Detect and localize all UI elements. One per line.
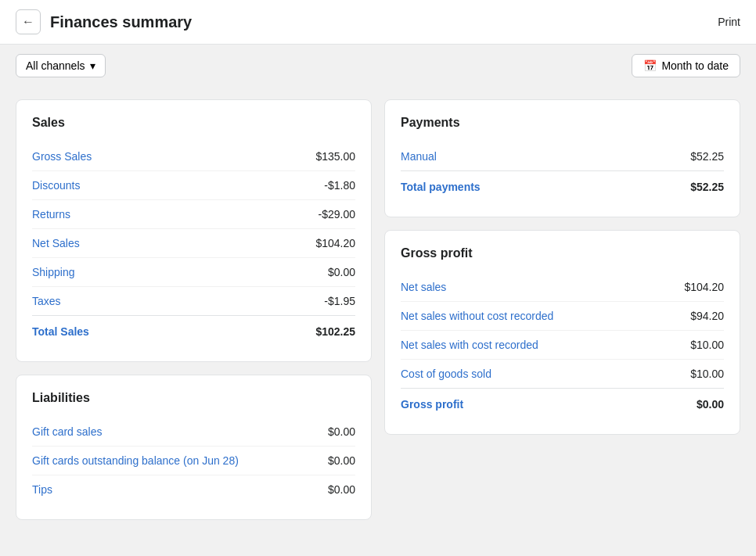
table-row: Gift card sales $0.00: [32, 418, 355, 447]
back-button[interactable]: ←: [16, 9, 41, 34]
sales-item-value: $0.00: [328, 266, 355, 278]
table-row: Taxes -$1.95: [32, 287, 355, 315]
table-row: Net sales with cost recorded $10.00: [401, 331, 724, 360]
table-row: Gift cards outstanding balance (on Jun 2…: [32, 447, 355, 475]
sales-item-value: -$29.00: [319, 208, 355, 221]
liabilities-card: Liabilities Gift card sales $0.00 Gift c…: [16, 375, 372, 520]
payments-items-list: Manual $52.25: [401, 142, 724, 170]
table-row: Returns -$29.00: [32, 200, 355, 229]
gross-profit-item-label[interactable]: Net sales: [401, 281, 446, 293]
table-row: Net sales $104.20: [401, 273, 724, 302]
table-row: Manual $52.25: [401, 142, 724, 170]
date-range-label: Month to date: [661, 59, 729, 72]
liabilities-item-value: $0.00: [328, 425, 355, 438]
chevron-down-icon: ▾: [90, 59, 95, 72]
calendar-icon: 📅: [643, 59, 657, 72]
sales-card: Sales Gross Sales $135.00 Discounts -$1.…: [16, 99, 372, 362]
gross-profit-item-value: $94.20: [690, 310, 724, 322]
left-column: Sales Gross Sales $135.00 Discounts -$1.…: [16, 99, 372, 520]
payments-card: Payments Manual $52.25 Total payments $5…: [384, 99, 740, 217]
sales-item-label[interactable]: Gross Sales: [32, 150, 92, 163]
liabilities-item-label[interactable]: Tips: [32, 483, 52, 496]
table-row: Discounts -$1.80: [32, 171, 355, 200]
gross-profit-item-value: $10.00: [690, 339, 724, 351]
table-row: Net sales without cost recorded $94.20: [401, 302, 724, 331]
table-row: Gross Sales $135.00: [32, 142, 355, 171]
liabilities-card-title: Liabilities: [32, 391, 355, 405]
sales-item-value: $104.20: [315, 237, 355, 249]
table-row: Cost of goods sold $10.00: [401, 360, 724, 388]
header-left: ← Finances summary: [16, 9, 192, 34]
liabilities-item-label[interactable]: Gift cards outstanding balance (on Jun 2…: [32, 454, 239, 467]
back-icon: ←: [22, 15, 34, 29]
channels-label: All channels: [26, 59, 85, 72]
total-payments-row: Total payments $52.25: [401, 170, 724, 201]
gross-profit-item-label[interactable]: Net sales without cost recorded: [401, 310, 553, 322]
payments-card-title: Payments: [401, 116, 724, 130]
gross-profit-item-label[interactable]: Cost of goods sold: [401, 368, 491, 380]
sales-item-label[interactable]: Shipping: [32, 266, 75, 278]
gross-profit-item-value: $104.20: [684, 281, 724, 293]
liabilities-items-list: Gift card sales $0.00 Gift cards outstan…: [32, 418, 355, 504]
main-content: Sales Gross Sales $135.00 Discounts -$1.…: [0, 87, 756, 533]
total-sales-row: Total Sales $102.25: [32, 315, 355, 346]
sales-card-title: Sales: [32, 116, 355, 130]
sales-item-value: -$1.80: [324, 179, 355, 192]
sales-item-value: $135.00: [315, 150, 355, 163]
gross-profit-total-row: Gross profit $0.00: [401, 388, 724, 418]
toolbar: All channels ▾ 📅 Month to date: [0, 45, 756, 87]
sales-item-label[interactable]: Net Sales: [32, 237, 80, 249]
gross-profit-item-value: $10.00: [690, 368, 724, 380]
payments-item-value: $52.25: [690, 150, 724, 163]
gross-profit-card-title: Gross profit: [401, 246, 724, 260]
gross-profit-total-value: $0.00: [697, 398, 724, 411]
liabilities-item-value: $0.00: [328, 483, 355, 496]
print-button[interactable]: Print: [718, 16, 740, 28]
right-column: Payments Manual $52.25 Total payments $5…: [384, 99, 740, 435]
total-payments-label[interactable]: Total payments: [401, 181, 481, 193]
gross-profit-items-list: Net sales $104.20 Net sales without cost…: [401, 273, 724, 388]
gross-profit-total-label[interactable]: Gross profit: [401, 398, 463, 411]
table-row: Net Sales $104.20: [32, 229, 355, 258]
gross-profit-card: Gross profit Net sales $104.20 Net sales…: [384, 230, 740, 435]
sales-items-list: Gross Sales $135.00 Discounts -$1.80 Ret…: [32, 142, 355, 315]
liabilities-item-label[interactable]: Gift card sales: [32, 425, 102, 438]
gross-profit-item-label[interactable]: Net sales with cost recorded: [401, 339, 538, 351]
payments-item-label[interactable]: Manual: [401, 150, 437, 163]
page-header: ← Finances summary Print: [0, 0, 756, 45]
sales-item-label[interactable]: Discounts: [32, 179, 80, 192]
total-payments-value: $52.25: [690, 181, 724, 193]
total-sales-label[interactable]: Total Sales: [32, 325, 89, 338]
date-range-button[interactable]: 📅 Month to date: [632, 54, 740, 77]
page-title: Finances summary: [50, 13, 192, 31]
table-row: Tips $0.00: [32, 475, 355, 504]
sales-item-label[interactable]: Taxes: [32, 295, 61, 307]
table-row: Shipping $0.00: [32, 258, 355, 287]
total-sales-value: $102.25: [315, 325, 355, 338]
sales-item-label[interactable]: Returns: [32, 208, 70, 221]
liabilities-item-value: $0.00: [328, 454, 355, 467]
channels-button[interactable]: All channels ▾: [16, 54, 106, 77]
sales-item-value: -$1.95: [324, 295, 355, 307]
